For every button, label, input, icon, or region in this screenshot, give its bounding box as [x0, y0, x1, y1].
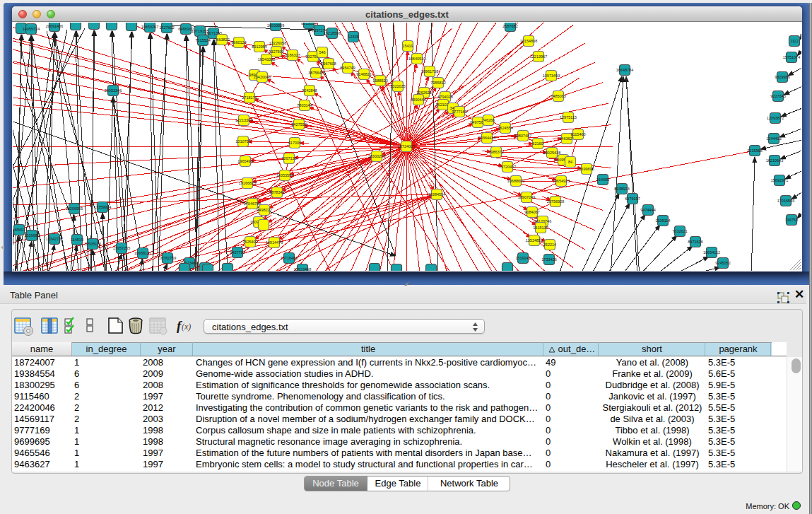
- svg-text:12923468: 12923468: [294, 267, 311, 271]
- svg-text:9227343: 9227343: [770, 94, 785, 98]
- svg-text:6379197: 6379197: [625, 197, 640, 201]
- svg-text:2935114: 2935114: [655, 218, 670, 223]
- svg-text:(x): (x): [182, 322, 191, 332]
- svg-text:3215958: 3215958: [747, 148, 762, 153]
- svg-text:164095: 164095: [596, 177, 609, 182]
- svg-text:13524851: 13524851: [526, 238, 543, 243]
- svg-text:10958127: 10958127: [134, 251, 151, 255]
- svg-text:12325: 12325: [348, 35, 358, 39]
- svg-text:1244413: 1244413: [766, 136, 781, 141]
- svg-text:15419: 15419: [402, 44, 413, 48]
- svg-text:746266: 746266: [482, 118, 495, 122]
- svg-text:19384554: 19384554: [428, 192, 445, 197]
- svg-text:7485063: 7485063: [551, 94, 565, 98]
- svg-text:465001: 465001: [13, 228, 25, 232]
- svg-text:16648784: 16648784: [616, 68, 633, 72]
- svg-text:18907249: 18907249: [518, 195, 535, 199]
- svg-text:9146821: 9146821: [356, 72, 371, 76]
- svg-text:114519: 114519: [71, 238, 83, 242]
- svg-text:17359924: 17359924: [94, 205, 111, 209]
- svg-text:7515524: 7515524: [195, 38, 210, 42]
- svg-text:10653267: 10653267: [141, 25, 158, 29]
- svg-text:2687682: 2687682: [502, 24, 517, 28]
- svg-text:7955812: 7955812: [430, 81, 445, 85]
- svg-text:17016504: 17016504: [777, 199, 794, 203]
- svg-text:9457791: 9457791: [230, 250, 245, 255]
- svg-text:18300295: 18300295: [368, 154, 385, 158]
- svg-text:7986372: 7986372: [488, 150, 503, 154]
- svg-text:10025438: 10025438: [543, 151, 560, 155]
- svg-text:10688609: 10688609: [507, 179, 524, 183]
- svg-text:12213967: 12213967: [530, 54, 547, 59]
- svg-text:1010755: 1010755: [235, 139, 250, 144]
- svg-text:9084067: 9084067: [524, 210, 539, 214]
- svg-text:13716485: 13716485: [281, 256, 298, 260]
- svg-text:8878342: 8878342: [269, 190, 284, 194]
- svg-text:3624554: 3624554: [498, 126, 512, 130]
- svg-text:23420046: 23420046: [254, 75, 271, 79]
- svg-text:8990443: 8990443: [411, 98, 425, 102]
- svg-text:116753: 116753: [785, 218, 798, 222]
- svg-text:8813054: 8813054: [301, 23, 316, 25]
- svg-text:12505115: 12505115: [84, 242, 101, 246]
- svg-text:1519141: 1519141: [515, 256, 530, 260]
- svg-text:1615132: 1615132: [533, 226, 548, 230]
- svg-text:9777169: 9777169: [452, 110, 466, 114]
- svg-text:13226058: 13226058: [269, 41, 286, 45]
- svg-text:18724007: 18724007: [398, 144, 415, 148]
- svg-text:6699695: 6699695: [579, 167, 594, 171]
- svg-text:1315682: 1315682: [24, 233, 39, 238]
- svg-text:1527602: 1527602: [159, 25, 174, 30]
- svg-text:20053346: 20053346: [105, 88, 122, 93]
- svg-text:20364436: 20364436: [478, 136, 495, 140]
- svg-text:15751074: 15751074: [783, 55, 800, 59]
- svg-text:20206555: 20206555: [66, 206, 83, 211]
- svg-text:16210643: 16210643: [766, 158, 783, 163]
- svg-text:7632621: 7632621: [672, 229, 687, 233]
- svg-text:16640910: 16640910: [408, 57, 425, 61]
- svg-text:7625402: 7625402: [242, 240, 257, 244]
- svg-text:12213369: 12213369: [235, 118, 252, 122]
- svg-text:3267130: 3267130: [281, 156, 296, 160]
- svg-text:84: 84: [568, 160, 572, 164]
- svg-text:10973493: 10973493: [543, 74, 560, 78]
- svg-text:8186323: 8186323: [285, 53, 300, 57]
- svg-text:16782759: 16782759: [159, 256, 176, 260]
- svg-text:19218506: 19218506: [324, 31, 341, 35]
- svg-text:3875645: 3875645: [308, 71, 323, 75]
- svg-text:1588520: 1588520: [372, 78, 387, 83]
- svg-text:6794028: 6794028: [437, 95, 452, 99]
- svg-text:12342737: 12342737: [46, 237, 63, 241]
- svg-text:19654923: 19654923: [553, 179, 570, 183]
- svg-text:62160: 62160: [532, 141, 543, 146]
- svg-text:9498222: 9498222: [257, 208, 271, 212]
- svg-text:417006: 417006: [288, 141, 301, 145]
- svg-text:9327509: 9327509: [269, 49, 283, 54]
- svg-text:10654112: 10654112: [703, 250, 720, 255]
- svg-text:8938923: 8938923: [614, 187, 629, 191]
- svg-text:1322035: 1322035: [390, 84, 405, 88]
- svg-text:1965493: 1965493: [237, 159, 252, 163]
- svg-text:7663822: 7663822: [214, 37, 229, 42]
- svg-text:15720407: 15720407: [499, 165, 516, 169]
- svg-text:7803144: 7803144: [297, 103, 312, 107]
- svg-text:14055724: 14055724: [23, 27, 40, 31]
- svg-text:8471626: 8471626: [688, 240, 702, 244]
- svg-text:10154808: 10154808: [520, 39, 537, 43]
- svg-text:17046788: 17046788: [244, 201, 261, 206]
- svg-text:9245052: 9245052: [715, 261, 730, 265]
- svg-text:2967608: 2967608: [321, 62, 336, 66]
- svg-text:9660124: 9660124: [231, 40, 246, 45]
- svg-text:17957255: 17957255: [113, 246, 130, 250]
- svg-text:19166825: 19166825: [239, 181, 256, 185]
- svg-text:8427552: 8427552: [291, 122, 306, 127]
- svg-text:39151: 39151: [13, 232, 13, 236]
- svg-text:1112: 1112: [790, 39, 798, 43]
- svg-text:20756928: 20756928: [547, 199, 564, 204]
- svg-text:2718176: 2718176: [242, 95, 257, 100]
- svg-text:252214: 252214: [543, 243, 556, 247]
- svg-text:546: 546: [319, 50, 325, 54]
- svg-text:9242848: 9242848: [302, 88, 317, 93]
- svg-text:16033809: 16033809: [267, 23, 284, 28]
- svg-text:15692971: 15692971: [771, 178, 788, 182]
